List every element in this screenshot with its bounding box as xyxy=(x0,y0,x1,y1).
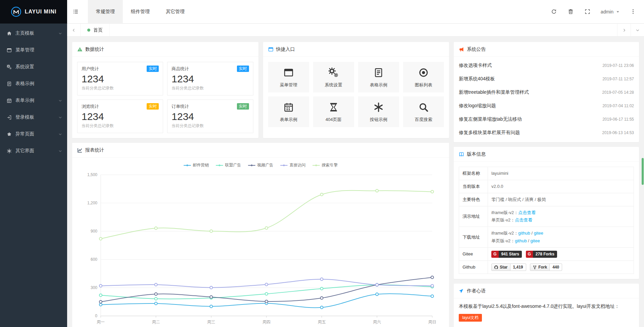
quick-entry-404-page[interactable]: 404页面 xyxy=(313,96,354,127)
quick-entry-button-example[interactable]: 按钮示例 xyxy=(358,96,399,127)
version-field-label: Gitee xyxy=(459,247,488,260)
announcement-item[interactable]: 修改选项卡样式 2019-07-11 23:06 xyxy=(459,59,634,72)
chevron-down-icon xyxy=(58,149,62,153)
report-line-chart: 03006009001,2001,500周一周二周三周四周五周六周日 xyxy=(72,169,449,327)
svg-text:周五: 周五 xyxy=(318,320,326,324)
sidebar-item-label: 系统设置 xyxy=(15,64,34,70)
asterisk-icon xyxy=(374,102,384,112)
gitee-forks-badge[interactable]: G278 Forks xyxy=(526,251,557,258)
tab-scroll-right-button[interactable] xyxy=(617,24,631,36)
stat-desc: 当前分类总记录数 xyxy=(171,123,249,129)
search-icon xyxy=(418,102,429,112)
header-tab-regular[interactable]: 常规管理 xyxy=(88,0,123,23)
user-menu[interactable]: admin xyxy=(596,0,625,23)
quick-entry-icon-list[interactable]: 图标列表 xyxy=(403,62,444,92)
window-icon xyxy=(7,48,12,53)
download-iframe-github-link[interactable]: github xyxy=(518,231,530,236)
legend-item[interactable]: 视频广告 xyxy=(248,162,274,168)
quick-entry-baidu-search[interactable]: 百度搜索 xyxy=(403,96,444,127)
announcement-item[interactable]: 新增系统404模板 2019-07-11 12:57 xyxy=(459,72,634,86)
stat-box-orders: 订单统计 实时 1234 当前分类总记录数 xyxy=(167,99,253,133)
legend-item[interactable]: 直接访问 xyxy=(280,162,306,168)
sidebar-item-other-pages[interactable]: 其它界面 xyxy=(0,142,67,159)
megaphone-icon xyxy=(459,47,464,52)
version-field-label: 演示地址 xyxy=(459,206,488,227)
window-icon xyxy=(268,47,274,52)
legend-item[interactable]: 邮件营销 xyxy=(184,162,209,168)
fullscreen-icon xyxy=(585,9,590,14)
fork-icon xyxy=(533,265,537,270)
book-icon xyxy=(459,152,464,157)
quick-entry-system-settings[interactable]: 系统设置 xyxy=(313,62,354,92)
version-field-label: 框架名称 xyxy=(459,167,488,180)
sidebar-item-home-templates[interactable]: 主页模板 xyxy=(0,25,67,42)
sidebar-item-label: 异常页面 xyxy=(15,131,34,137)
tab-home[interactable]: 首页 xyxy=(81,24,110,36)
chevron-down-icon xyxy=(58,116,62,119)
header: 常规管理 组件管理 其它管理 admin xyxy=(67,0,644,24)
scrollbar-thumb[interactable] xyxy=(642,158,644,185)
sidebar: LAYUI MINI 主页模板 菜单管理 系统设置 表格示例 表单示例 登录模板 xyxy=(0,0,67,327)
sidebar-item-label: 表格示例 xyxy=(15,81,34,87)
stat-box-views: 浏览统计 实时 1234 当前分类总记录数 xyxy=(77,99,163,133)
quick-entry-table-example[interactable]: 表格示例 xyxy=(358,62,399,92)
legend-item[interactable]: 搜索引擎 xyxy=(312,162,338,168)
header-spacer xyxy=(193,0,546,23)
tab-scroll-left-button[interactable] xyxy=(67,24,81,36)
github-fork-badge[interactable]: Fork440 xyxy=(530,263,562,271)
sidebar-item-system-settings[interactable]: 系统设置 xyxy=(0,58,67,75)
sidebar-item-table-example[interactable]: 表格示例 xyxy=(0,75,67,92)
sidebar-item-error-pages[interactable]: 异常页面 xyxy=(0,126,67,142)
version-info-card: 版本信息 框架名称 layuimini 当前版本 v2.0.0 主要特色 xyxy=(454,147,639,279)
announcement-item[interactable]: 修复多模块菜单栏展开有问题 2019-06-13 14:53 xyxy=(459,126,634,139)
more-menu-button[interactable] xyxy=(625,0,641,23)
ellipsis-v-icon xyxy=(630,9,636,14)
author-words-card: 作者心语 本模板基于layui2.5.4以及font-awesome-4.7.0… xyxy=(454,284,639,327)
sidebar-item-form-example[interactable]: 表单示例 xyxy=(0,92,67,109)
quick-entry-form-example[interactable]: 表单示例 xyxy=(268,96,309,127)
svg-text:周日: 周日 xyxy=(428,320,436,324)
fullscreen-button[interactable] xyxy=(579,0,596,23)
calendar-icon xyxy=(7,98,12,103)
sidebar-item-login-templates[interactable]: 登录模板 xyxy=(0,109,67,126)
card-title: 快捷入口 xyxy=(276,46,295,52)
sidebar-item-label: 登录模板 xyxy=(15,114,34,120)
layui-doc-badge[interactable]: layui文档 xyxy=(459,314,482,322)
card-title: 版本信息 xyxy=(467,151,486,157)
announcement-item[interactable]: 修改logo缩放问题 2019-07-04 11:02 xyxy=(459,99,634,113)
card-title: 报表统计 xyxy=(85,147,104,153)
stat-label: 浏览统计 xyxy=(82,104,99,110)
quick-entry-menu-management[interactable]: 菜单管理 xyxy=(268,62,309,92)
app-logo[interactable]: LAYUI MINI xyxy=(0,0,67,24)
download-iframe-gitee-link[interactable]: gitee xyxy=(534,231,543,236)
sidebar-item-menu-management[interactable]: 菜单管理 xyxy=(0,42,67,58)
announcement-item[interactable]: 新增treetable插件和菜单管理样式 2019-07-05 14:28 xyxy=(459,86,634,99)
paper-plane-icon xyxy=(459,288,464,294)
gitee-stars-badge[interactable]: G941 Stars xyxy=(491,251,522,258)
collapse-sidebar-button[interactable] xyxy=(67,0,84,23)
download-single-gitee-link[interactable]: gitee xyxy=(531,238,540,243)
data-statistics-card: 数据统计 用户统计 实时 1234 当前分类总记录数 xyxy=(72,42,258,138)
main-content: 数据统计 用户统计 实时 1234 当前分类总记录数 xyxy=(67,37,644,327)
header-tab-components[interactable]: 组件管理 xyxy=(123,0,158,23)
card-title: 系统公告 xyxy=(467,46,486,52)
card-title: 作者心语 xyxy=(467,288,486,294)
github-star-badge[interactable]: Star1,419 xyxy=(491,263,526,271)
download-single-github-link[interactable]: github xyxy=(515,238,527,243)
header-tab-other[interactable]: 其它管理 xyxy=(158,0,193,23)
tab-operations-button[interactable] xyxy=(631,24,644,36)
logo-icon xyxy=(11,6,21,17)
legend-item[interactable]: 联盟广告 xyxy=(216,162,241,168)
sidebar-item-label: 其它界面 xyxy=(15,148,34,154)
refresh-icon xyxy=(551,9,557,14)
announcement-item[interactable]: 修复左侧菜单缩放tab无法移动 2019-06-17 11:55 xyxy=(459,113,634,126)
flower-icon xyxy=(7,132,12,137)
demo-single-page-link[interactable]: 点击查看 xyxy=(515,217,532,222)
trash-icon xyxy=(568,9,574,14)
demo-iframe-link[interactable]: 点击查看 xyxy=(518,210,536,215)
calendar-icon xyxy=(284,102,294,112)
clear-cache-button[interactable] xyxy=(562,0,579,23)
refresh-button[interactable] xyxy=(546,0,562,23)
svg-text:1,200: 1,200 xyxy=(87,201,97,205)
version-field-label: 下载地址 xyxy=(459,227,488,247)
